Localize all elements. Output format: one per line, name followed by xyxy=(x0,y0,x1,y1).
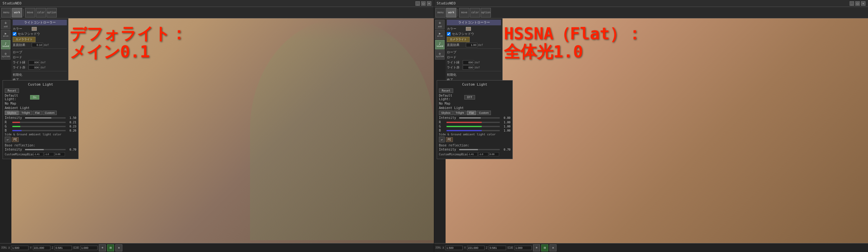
right-z-input[interactable] xyxy=(489,246,506,250)
sidebar-add-left[interactable]: + add xyxy=(1,20,10,29)
maximize-btn-left[interactable]: □ xyxy=(421,1,426,6)
right-directshadow-row: 直面効果 def xyxy=(447,43,501,47)
right-divider1 xyxy=(447,49,501,49)
right-tab-custom[interactable]: Custom xyxy=(476,111,491,115)
right-intensity-input[interactable] xyxy=(466,43,477,47)
left-scale-input[interactable] xyxy=(80,246,98,250)
left-title: StudioNEO xyxy=(3,1,415,5)
left-b-slider[interactable] xyxy=(12,130,66,131)
right-title: StudioNEO xyxy=(437,1,849,5)
sidebar-system-left[interactable]: ⚙ system xyxy=(1,50,10,60)
minimize-btn-left[interactable]: _ xyxy=(415,1,420,6)
left-cross-btn[interactable]: ✕ xyxy=(115,244,122,251)
minimize-btn-right[interactable]: _ xyxy=(849,1,854,6)
left-tab-skybox[interactable]: Skybox xyxy=(5,111,19,115)
right-undo-icon[interactable]: ↩ xyxy=(439,137,445,142)
toolbar-option-left[interactable]: option xyxy=(46,8,57,18)
toolbar-menu-left[interactable]: menu xyxy=(1,8,11,18)
right-scale-input[interactable] xyxy=(514,246,532,250)
right-lightred-input[interactable] xyxy=(463,65,474,70)
right-ground-row: Side & Ground ambient light color xyxy=(439,133,510,136)
right-tab-flat[interactable]: Flat xyxy=(467,111,476,115)
left-g-slider[interactable] xyxy=(12,126,66,127)
close-btn-right[interactable]: × xyxy=(861,1,865,6)
right-cl-ambient-label: Ambient Light xyxy=(439,106,464,110)
right-intensity-slider[interactable] xyxy=(459,117,500,119)
left-z-input[interactable] xyxy=(55,246,72,250)
left-z-label: Z xyxy=(52,246,53,249)
right-lightgreen-input[interactable] xyxy=(463,60,474,65)
left-cl-default-state[interactable]: On xyxy=(30,95,39,99)
left-b-row: B 0.26 xyxy=(5,129,76,132)
right-bias-input3[interactable] xyxy=(489,152,499,156)
left-tab-custom[interactable]: Custom xyxy=(42,111,57,115)
left-bias-input1[interactable] xyxy=(33,152,43,156)
right-grid-btn[interactable]: ⊞ xyxy=(541,244,548,251)
right-intensity2-slider[interactable] xyxy=(459,149,500,150)
left-bias-input3[interactable] xyxy=(55,152,65,156)
right-y-input[interactable] xyxy=(467,246,485,250)
left-add-btn[interactable]: + xyxy=(99,244,106,251)
left-scene: デフォライト： メイン0.1 + add ▶ anim ♪ sound ⚙ xyxy=(0,19,434,252)
left-tab-trilight[interactable]: Trilight xyxy=(19,111,32,115)
sidebar-add-right[interactable]: + add xyxy=(435,20,445,29)
right-cross-btn[interactable]: ✕ xyxy=(550,244,556,251)
left-minimap-row: CustomMinimapBias xyxy=(5,152,76,156)
left-intensity-row: Intensity 1.50 xyxy=(5,116,76,120)
toolbar-color-left[interactable]: color xyxy=(36,8,46,18)
left-intensity-slider[interactable] xyxy=(25,117,66,119)
left-lightred-input[interactable] xyxy=(29,65,40,70)
right-r-slider[interactable] xyxy=(446,122,500,123)
sidebar-anim-left[interactable]: ▶ anim xyxy=(1,30,10,39)
left-undo-icon[interactable]: ↩ xyxy=(5,137,10,142)
maximize-btn-right[interactable]: □ xyxy=(855,1,860,6)
toolbar-option-right[interactable]: option xyxy=(481,8,491,18)
left-x-input[interactable] xyxy=(11,246,29,250)
right-reset-btn[interactable]: Reset xyxy=(439,89,453,93)
right-rope-label: ロープ xyxy=(447,50,466,55)
left-color-swatch[interactable] xyxy=(32,27,37,31)
left-cameralight-btn[interactable]: カメラライト xyxy=(13,37,35,42)
close-btn-left[interactable]: × xyxy=(427,1,431,6)
left-grid-btn[interactable]: ⊞ xyxy=(107,244,114,251)
left-intensity-input[interactable] xyxy=(32,43,43,47)
right-bias-input2[interactable] xyxy=(478,152,488,156)
sidebar-sound-left[interactable]: ♪ sound xyxy=(1,40,10,50)
right-selfshadow-check[interactable] xyxy=(447,32,451,36)
right-window: StudioNEO _ □ × menu work move color xyxy=(434,0,868,252)
left-y-input[interactable] xyxy=(33,246,51,250)
left-bias-input2[interactable] xyxy=(44,152,54,156)
toolbar-color-right[interactable]: color xyxy=(470,8,480,18)
right-add-btn[interactable]: + xyxy=(533,244,540,251)
left-intensity2-slider[interactable] xyxy=(25,149,66,150)
right-g-slider[interactable] xyxy=(446,126,500,127)
right-intensity-label: Intensity xyxy=(439,116,458,120)
toolbar-work-right[interactable]: work xyxy=(446,8,456,18)
toolbar-menu-right[interactable]: menu xyxy=(435,8,445,18)
left-tab-flat[interactable]: Flat xyxy=(33,111,42,115)
right-color-label: カラー xyxy=(447,27,466,31)
right-tab-skybox[interactable]: Skybox xyxy=(439,111,453,115)
left-reset-btn[interactable]: Reset xyxy=(5,89,19,93)
right-load-label: ロード xyxy=(447,55,466,60)
right-tab-trilight[interactable]: Trilight xyxy=(454,111,466,115)
right-cl-default-state[interactable]: Off xyxy=(464,95,475,99)
right-color-swatch[interactable] xyxy=(466,27,471,31)
right-ambient-tabs: Skybox Trilight Flat Custom xyxy=(439,111,510,115)
sidebar-system-right[interactable]: ⚙ system xyxy=(435,50,445,60)
left-r-slider[interactable] xyxy=(12,122,66,123)
left-lightgreen-input[interactable] xyxy=(29,60,40,65)
right-b-slider[interactable] xyxy=(446,130,500,131)
right-cameralight-btn[interactable]: カメラライト xyxy=(447,37,470,42)
sidebar-anim-right[interactable]: ▶ anim xyxy=(435,30,445,39)
right-x-input[interactable] xyxy=(445,246,463,250)
right-directshadow-label: 直面効果 xyxy=(447,43,466,47)
left-selfshadow-check[interactable] xyxy=(13,32,17,36)
toolbar-move-left[interactable]: move xyxy=(25,8,35,18)
right-bias-input1[interactable] xyxy=(467,152,477,156)
toolbar-move-right[interactable]: move xyxy=(459,8,469,18)
right-scale-label: 拡縮 xyxy=(507,246,513,250)
toolbar-work-left[interactable]: work xyxy=(12,8,22,18)
sidebar-sound-right[interactable]: ♪ sound xyxy=(435,40,445,50)
right-control-panel: ライトコントローラー カラー セルフシャドウ カメラライト 直面効果 def xyxy=(445,19,503,88)
